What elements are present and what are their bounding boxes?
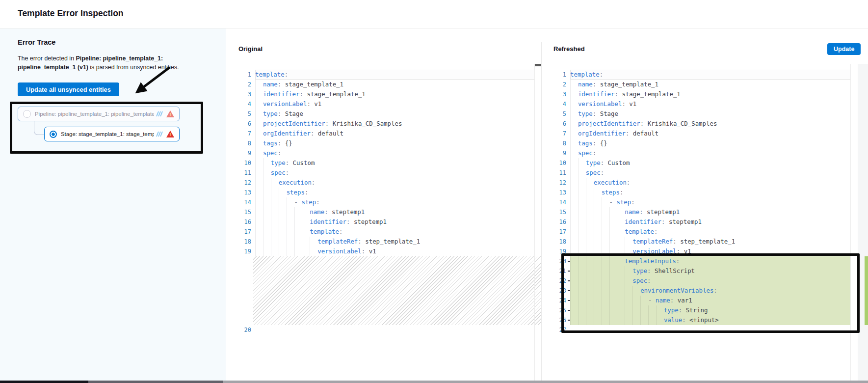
code-line[interactable]: 16identifier: steptemp1 (238, 217, 541, 227)
code-line[interactable]: 12execution: (553, 178, 868, 188)
error-trace-description: The error detected in Pipeline: pipeline… (18, 55, 188, 72)
code-line[interactable]: 21type: ShellScript (553, 266, 868, 276)
code-line[interactable]: 1template: (553, 70, 868, 80)
code-line[interactable]: 24- name: var1 (553, 296, 868, 305)
code-line[interactable]: 23environmentVariables: (553, 286, 868, 296)
code-line[interactable]: 14- step: (553, 197, 868, 207)
template-icon (156, 111, 163, 116)
code-line[interactable]: 8tags: {} (553, 138, 868, 148)
code-line[interactable]: 18templateRef: step_template_1 (553, 237, 868, 246)
code-line[interactable]: 19versionLabel: v1 (553, 246, 868, 256)
code-line[interactable]: 4versionLabel: v1 (238, 99, 541, 109)
code-line[interactable]: 6projectIdentifier: Krishika_CD_Samples (238, 119, 541, 129)
refreshed-panel-title: Refreshed (553, 45, 585, 53)
original-panel-title: Original (238, 45, 263, 53)
error-trace-title: Error Trace (18, 38, 55, 46)
page-title: Template Error Inspection (18, 8, 124, 19)
horizontal-scrollbar-thumb[interactable] (0, 381, 88, 383)
code-line[interactable]: 11spec: (238, 168, 541, 178)
code-line[interactable]: 9spec: (553, 148, 868, 158)
code-line[interactable]: 17template: (553, 227, 868, 237)
code-line[interactable]: 2name: stage_template_1 (238, 80, 541, 89)
code-line[interactable]: 20templateInputs: (553, 256, 868, 266)
entity-card-stage[interactable]: Stage: stage_template_1: stage_templat..… (44, 127, 180, 141)
code-line[interactable]: 9spec: (238, 148, 541, 158)
code-line[interactable]: 7orgIdentifier: default (553, 129, 868, 138)
code-line[interactable]: 6projectIdentifier: Krishika_CD_Samples (553, 119, 868, 129)
entity-tree-connector (34, 121, 45, 135)
code-line[interactable]: 14- step: (238, 197, 541, 207)
code-line[interactable]: 3identifier: stage_template_1 (238, 89, 541, 99)
code-line[interactable]: 5type: Stage (238, 109, 541, 119)
horizontal-scrollbar-thumb-shadow (88, 381, 223, 383)
code-line[interactable]: 27 (553, 325, 868, 335)
refreshed-scrollbar[interactable] (858, 64, 868, 381)
horizontal-scrollbar[interactable] (0, 381, 868, 383)
code-line[interactable]: 11spec: (553, 168, 868, 178)
diff-hatch-region (253, 256, 541, 325)
panel-divider (541, 42, 542, 381)
stage-entity-label: Stage: stage_template_1: stage_templat..… (61, 131, 154, 137)
stage-radio[interactable] (50, 131, 57, 138)
overview-marker-icon (535, 64, 541, 66)
template-icon (156, 132, 163, 137)
code-line[interactable]: 4versionLabel: v1 (553, 99, 868, 109)
update-button[interactable]: Update (827, 43, 861, 55)
code-line[interactable]: 10type: Custom (238, 158, 541, 168)
code-line[interactable]: 25type: String (553, 305, 868, 315)
entity-card-pipeline[interactable]: Pipeline: pipeline_template_1: pipeline_… (18, 107, 180, 121)
refreshed-code-edge (850, 64, 851, 381)
original-code-lines: 1template:2name: stage_template_13identi… (238, 64, 541, 335)
top-header-bar: Template Error Inspection (0, 0, 868, 28)
code-line[interactable]: 15name: steptemp1 (238, 207, 541, 217)
warning-icon (166, 110, 174, 117)
refreshed-code-lines: 1template:2name: stage_template_13identi… (553, 64, 868, 335)
pipeline-radio[interactable] (23, 110, 31, 118)
code-line[interactable]: 26value: <+input> (553, 315, 868, 325)
code-line[interactable]: 8tags: {} (238, 138, 541, 148)
original-editor[interactable]: 1template:2name: stage_template_13identi… (238, 64, 541, 381)
code-line[interactable]: 12execution: (238, 178, 541, 188)
update-all-unsynced-entities-button[interactable]: Update all unsynced entities (18, 82, 119, 96)
original-overview-ruler[interactable] (534, 64, 541, 381)
code-line[interactable]: 18templateRef: step_template_1 (238, 237, 541, 246)
refreshed-editor[interactable]: 1template:2name: stage_template_13identi… (553, 64, 868, 381)
code-line[interactable]: 20 (238, 325, 541, 335)
code-line[interactable]: 16identifier: steptemp1 (553, 217, 868, 227)
template-error-inspection-page: Template Error Inspection Error Trace Th… (0, 0, 868, 383)
code-line[interactable]: 15name: steptemp1 (553, 207, 868, 217)
added-lines-overview-marker-icon (865, 256, 868, 325)
code-line[interactable]: 1template: (238, 70, 541, 80)
code-line[interactable]: 3identifier: stage_template_1 (553, 89, 868, 99)
warning-icon (166, 131, 174, 137)
error-trace-sidebar: Error Trace The error detected in Pipeli… (0, 28, 226, 381)
code-line[interactable]: 7orgIdentifier: default (238, 129, 541, 138)
code-line[interactable]: 13steps: (553, 188, 868, 197)
code-line[interactable]: 10type: Custom (553, 158, 868, 168)
pipeline-entity-label: Pipeline: pipeline_template_1: pipeline_… (35, 111, 154, 117)
code-line[interactable]: 17template: (238, 227, 541, 237)
code-line[interactable]: 19versionLabel: v1 (238, 246, 541, 256)
code-line[interactable]: 2name: stage_template_1 (553, 80, 868, 89)
code-line[interactable]: 13steps: (238, 188, 541, 197)
code-line[interactable]: 5type: Stage (553, 109, 868, 119)
code-line[interactable]: 22spec: (553, 276, 868, 286)
